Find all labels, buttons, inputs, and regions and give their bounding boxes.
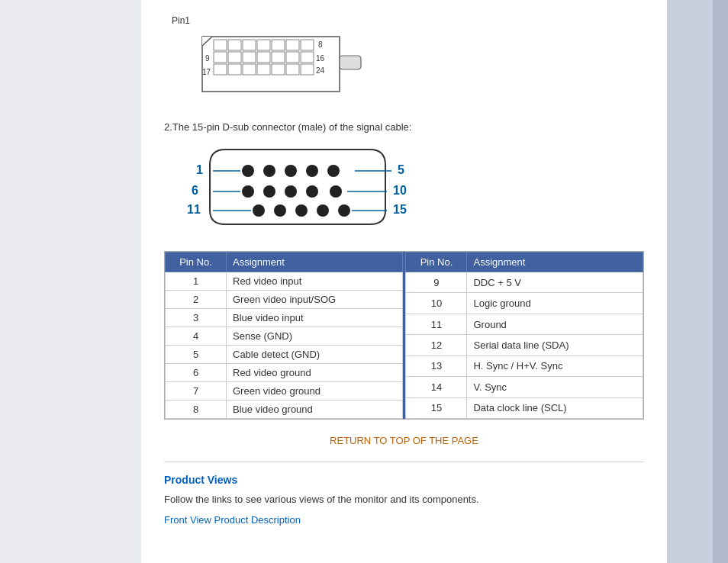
assignment-cell: DDC + 5 V	[467, 272, 643, 293]
pin-table-right: Pin No. Assignment 9DDC + 5 V10Logic gro…	[405, 252, 643, 419]
svg-rect-20	[301, 52, 314, 63]
right-table-assignment-header: Assignment	[467, 253, 643, 272]
svg-text:8: 8	[318, 40, 323, 49]
svg-point-44	[295, 204, 308, 217]
table-row: 10Logic ground	[406, 293, 643, 314]
return-to-top[interactable]: RETURN TO TOP OF THE PAGE	[164, 435, 644, 446]
product-views-description: Follow the links to see various views of…	[164, 494, 644, 505]
table-row: 6Red video ground	[166, 364, 403, 382]
assignment-cell: Green video ground	[227, 382, 403, 401]
svg-rect-8	[257, 40, 270, 50]
assignment-cell: H. Sync / H+V. Sync	[467, 355, 643, 376]
svg-text:1: 1	[196, 163, 203, 176]
pin-number-cell: 13	[406, 355, 467, 376]
pin-number-cell: 14	[406, 377, 467, 397]
svg-rect-11	[301, 40, 314, 50]
left-table-assignment-header: Assignment	[227, 253, 403, 272]
svg-rect-17	[257, 52, 270, 63]
pin-number-cell: 10	[406, 293, 467, 314]
pin-number-cell: 5	[166, 346, 227, 364]
pin-number-cell: 1	[166, 272, 227, 291]
right-table-pinno-header: Pin No.	[406, 253, 467, 272]
pin-number-cell: 3	[166, 309, 227, 327]
pin-number-cell: 6	[166, 364, 227, 382]
pin-table-left: Pin No. Assignment 1Red video input2Gree…	[165, 252, 403, 419]
table-row: 9DDC + 5 V	[406, 272, 643, 293]
pin-number-cell: 8	[166, 401, 227, 419]
dsub-section: 2.The 15-pin D-sub connector (male) of t…	[164, 121, 644, 236]
svg-rect-25	[243, 64, 256, 75]
svg-text:17: 17	[202, 68, 211, 76]
pin1-label: Pin1	[172, 15, 644, 26]
table-row: 11Ground	[406, 314, 643, 334]
svg-text:15: 15	[393, 203, 407, 216]
svg-rect-9	[272, 40, 285, 50]
assignment-cell: Blue video input	[227, 309, 403, 327]
pin-number-cell: 11	[406, 314, 467, 334]
assignment-cell: Red video input	[227, 272, 403, 291]
sidebar-right-inner	[713, 0, 728, 563]
svg-rect-31	[340, 56, 361, 69]
table-row: 2Green video input/SOG	[166, 291, 403, 309]
svg-point-45	[317, 204, 329, 217]
product-views-heading: Product Views	[164, 474, 644, 486]
svg-text:10: 10	[393, 184, 407, 197]
section-divider	[164, 462, 644, 462]
svg-text:24: 24	[316, 66, 325, 75]
assignment-cell: V. Sync	[467, 377, 643, 397]
assignment-cell: Logic ground	[467, 293, 643, 314]
table-row: 8Blue video ground	[166, 401, 403, 419]
assignment-cell: Ground	[467, 314, 643, 334]
table-row: 4Sense (GND)	[166, 327, 403, 346]
svg-rect-6	[228, 40, 241, 50]
assignment-cell: Cable detect (GND)	[227, 346, 403, 364]
product-views-link-container[interactable]: Front View Product Description	[164, 514, 644, 526]
svg-point-32	[242, 165, 254, 177]
svg-text:11: 11	[187, 203, 201, 216]
svg-point-41	[330, 185, 342, 198]
svg-rect-15	[228, 52, 241, 63]
svg-text:6: 6	[192, 184, 198, 197]
assignment-cell: Red video ground	[227, 364, 403, 382]
table-row: 12Serial data line (SDA)	[406, 335, 643, 355]
pin-table-container: Pin No. Assignment 1Red video input2Gree…	[164, 251, 644, 420]
connector-24pin-diagram: 8 9 16 17	[187, 29, 362, 98]
pin-number-cell: 4	[166, 327, 227, 346]
svg-point-35	[306, 165, 318, 177]
table-row: 3Blue video input	[166, 309, 403, 327]
assignment-cell: Serial data line (SDA)	[467, 335, 643, 355]
svg-point-42	[253, 204, 265, 217]
svg-rect-26	[257, 64, 270, 75]
svg-rect-29	[301, 64, 314, 75]
table-row: 5Cable detect (GND)	[166, 346, 403, 364]
svg-point-34	[285, 165, 297, 177]
svg-rect-23	[214, 64, 227, 75]
product-views-section: Product Views Follow the links to see va…	[164, 474, 644, 526]
sidebar-left	[0, 0, 141, 563]
table-row: 14V. Sync	[406, 377, 643, 397]
svg-rect-14	[214, 52, 227, 63]
assignment-cell: Blue video ground	[227, 401, 403, 419]
pin-number-cell: 9	[406, 272, 467, 293]
pin-number-cell: 2	[166, 291, 227, 309]
connector-24pin-section: Pin1	[164, 15, 644, 106]
assignment-cell: Sense (GND)	[227, 327, 403, 346]
svg-point-38	[263, 185, 275, 198]
left-table-pinno-header: Pin No.	[166, 253, 227, 272]
table-row: 1Red video input	[166, 272, 403, 291]
return-to-top-link[interactable]: RETURN TO TOP OF THE PAGE	[330, 435, 478, 446]
assignment-cell: Data clock line (SCL)	[467, 397, 643, 418]
pin-number-cell: 15	[406, 397, 467, 418]
dsub-connector-diagram: 1 5 6 10 11 15	[179, 142, 439, 233]
main-content: Pin1	[141, 0, 667, 563]
sidebar-right	[667, 0, 728, 563]
page-wrapper: Pin1	[0, 0, 728, 563]
svg-point-46	[338, 204, 350, 217]
svg-point-33	[263, 165, 275, 177]
svg-text:16: 16	[316, 54, 325, 63]
front-view-link[interactable]: Front View Product Description	[164, 514, 301, 526]
svg-rect-10	[286, 40, 299, 50]
table-row: 7Green video ground	[166, 382, 403, 401]
svg-point-40	[306, 185, 318, 198]
svg-text:9: 9	[205, 54, 210, 63]
